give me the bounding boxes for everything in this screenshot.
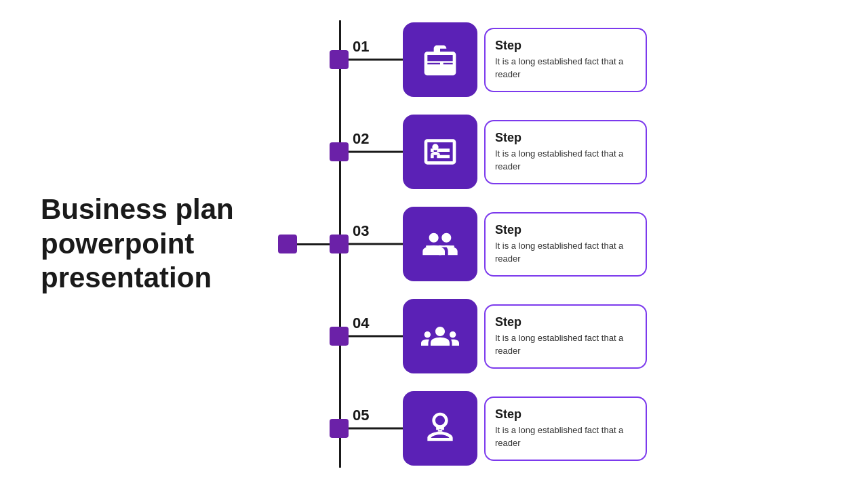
step-number-1: 01 xyxy=(353,38,369,56)
h-line-2 xyxy=(349,151,403,153)
right-section: 01 Step It is a long established fact th… xyxy=(285,0,868,488)
meeting-icon xyxy=(421,225,459,263)
icon-box-1 xyxy=(403,22,477,97)
briefcase-icon xyxy=(421,41,459,79)
idea-team-icon xyxy=(421,409,459,447)
node-square-3 xyxy=(330,235,349,253)
node-square-4 xyxy=(330,327,349,346)
card-title-5: Step xyxy=(495,407,636,422)
step-number-2: 02 xyxy=(353,130,369,148)
slide-title: Business plan powerpoint presentation xyxy=(41,192,285,295)
card-title-1: Step xyxy=(495,39,636,53)
icon-box-5 xyxy=(403,391,477,466)
text-card-4: Step It is a long established fact that … xyxy=(484,304,647,369)
node-square-1 xyxy=(330,50,349,69)
h-line-4 xyxy=(349,336,403,338)
icon-box-4 xyxy=(403,299,477,373)
icon-box-3 xyxy=(403,207,477,281)
card-desc-5: It is a long established fact that a rea… xyxy=(495,424,636,449)
text-card-5: Step It is a long established fact that … xyxy=(484,396,647,461)
step-row: 04 Step It is a long established fact th… xyxy=(285,296,868,377)
slide: Business plan powerpoint presentation 01 xyxy=(0,0,868,488)
step-row: 05 Step It is a long established fact th… xyxy=(285,388,868,469)
left-section: Business plan powerpoint presentation xyxy=(0,192,285,295)
text-card-3: Step It is a long established fact that … xyxy=(484,212,647,277)
text-card-2: Step It is a long established fact that … xyxy=(484,120,647,184)
h-line-3 xyxy=(349,243,403,245)
card-title-2: Step xyxy=(495,131,636,145)
icon-box-2 xyxy=(403,115,477,189)
card-title-4: Step xyxy=(495,315,636,329)
h-line-1 xyxy=(349,59,403,61)
team-icon xyxy=(421,317,459,355)
card-desc-4: It is a long established fact that a rea… xyxy=(495,332,636,357)
node-square-5 xyxy=(330,419,349,438)
step-number-5: 05 xyxy=(353,407,369,424)
h-line-5 xyxy=(349,428,403,430)
step-number-4: 04 xyxy=(353,314,369,332)
card-desc-1: It is a long established fact that a rea… xyxy=(495,56,636,80)
card-desc-2: It is a long established fact that a rea… xyxy=(495,148,636,172)
svg-point-0 xyxy=(432,144,438,150)
card-title-3: Step xyxy=(495,223,636,237)
node-square-2 xyxy=(330,142,349,161)
step-row: 03 Step It is a long established fact th… xyxy=(285,203,868,285)
step-row: 02 Step It is a long established fact th… xyxy=(285,111,868,192)
id-card-icon xyxy=(421,133,459,171)
text-card-1: Step It is a long established fact that … xyxy=(484,28,647,92)
card-desc-3: It is a long established fact that a rea… xyxy=(495,240,636,264)
step-number-3: 03 xyxy=(353,222,369,240)
step-row: 01 Step It is a long established fact th… xyxy=(285,19,868,100)
steps-container: 01 Step It is a long established fact th… xyxy=(285,0,868,488)
